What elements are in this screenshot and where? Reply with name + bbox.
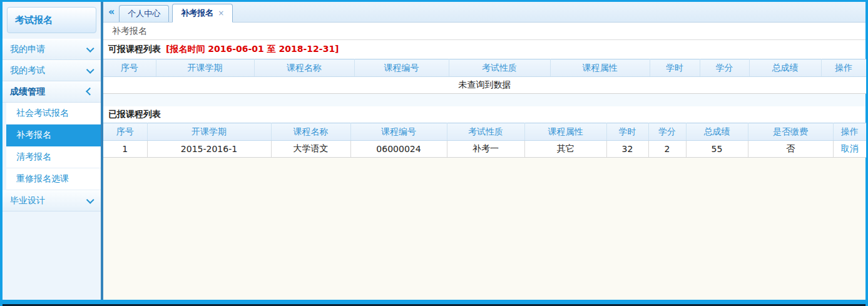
cell-course-attr: 其它 — [524, 141, 606, 158]
cell-exam-type: 补考一 — [447, 141, 524, 158]
sidebar-item-graduation-design[interactable]: 毕业设计 — [3, 190, 101, 212]
tab-personal-center[interactable]: 个人中心 — [119, 5, 169, 22]
section-gap — [103, 94, 865, 106]
column-header: 课程编号 — [350, 123, 447, 141]
no-data-row: 未查询到数据 — [103, 77, 866, 94]
column-header: 开课学期 — [156, 59, 254, 77]
column-header: 考试性质 — [447, 123, 524, 141]
sidebar-item-makeup-exam-registration[interactable]: 补考报名 — [6, 125, 101, 146]
cell-credits: 2 — [648, 141, 686, 158]
cell-paid: 否 — [748, 141, 833, 158]
page-title: 补考报名 — [112, 26, 147, 37]
column-header: 课程属性 — [550, 59, 650, 77]
sidebar-item-social-exam-registration[interactable]: 社会考试报名 — [6, 103, 101, 125]
sidebar-subitem-label: 重修报名选课 — [16, 173, 69, 185]
tab-bar: « 个人中心 补考报名 × — [103, 2, 865, 23]
no-data-message: 未查询到数据 — [103, 77, 866, 94]
column-header: 总成绩 — [749, 59, 821, 77]
sidebar-subitem-label: 补考报名 — [16, 130, 51, 141]
registered-courses-table: 序号 开课学期 课程名称 课程编号 考试性质 课程属性 学时 学分 总成绩 是否… — [103, 123, 866, 158]
column-header: 序号 — [103, 59, 156, 77]
column-header: 操作 — [821, 59, 866, 77]
page-title-bar: 补考报名 — [103, 23, 865, 40]
tab-label: 补考报名 — [181, 8, 213, 19]
section-title: 已报课程列表 — [108, 109, 161, 120]
cell-course-code: 06000024 — [350, 141, 447, 158]
sidebar-item-label: 成绩管理 — [10, 86, 45, 98]
column-header: 总成绩 — [686, 123, 748, 141]
bottom-accent-bar — [3, 300, 865, 304]
sidebar-item-clearance-exam-registration[interactable]: 清考报名 — [6, 146, 101, 168]
available-courses-section-header: 可报课程列表 [报名时间 2016-06-01 至 2018-12-31] — [103, 40, 865, 59]
close-icon[interactable]: × — [218, 9, 224, 18]
sidebar: 考试报名 我的申请 我的考试 成绩管理 社会考试报名 补考报名 — [3, 2, 103, 300]
table-header-row: 序号 开课学期 课程名称 课程编号 考试性质 课程属性 学时 学分 总成绩 是否… — [103, 123, 866, 141]
sidebar-empty-area — [3, 212, 101, 300]
sidebar-subitem-label: 社会考试报名 — [16, 108, 69, 119]
cancel-registration-link[interactable]: 取消 — [841, 143, 859, 153]
column-header: 考试性质 — [449, 59, 550, 77]
column-header: 是否缴费 — [748, 123, 833, 141]
chevron-down-icon — [86, 44, 94, 53]
cell-course-name: 大学语文 — [271, 141, 350, 158]
cell-action: 取消 — [833, 141, 866, 158]
cell-total-score: 55 — [686, 141, 748, 158]
section-title: 可报课程列表 — [108, 44, 161, 55]
content-empty-area — [103, 158, 865, 300]
sidebar-item-label: 我的申请 — [10, 44, 45, 55]
sidebar-item-my-applications[interactable]: 我的申请 — [3, 39, 101, 60]
registered-courses-section-header: 已报课程列表 — [103, 106, 865, 123]
app-window: 考试报名 我的申请 我的考试 成绩管理 社会考试报名 补考报名 — [0, 0, 868, 306]
sidebar-item-my-exams[interactable]: 我的考试 — [3, 60, 101, 81]
column-header: 学时 — [606, 123, 648, 141]
sidebar-title: 考试报名 — [7, 7, 96, 33]
table-header-row: 序号 开课学期 课程名称 课程编号 考试性质 课程属性 学时 学分 总成绩 操作 — [103, 59, 866, 77]
chevron-down-icon — [86, 66, 94, 74]
column-header: 课程名称 — [271, 123, 350, 141]
column-header: 学分 — [648, 123, 686, 141]
sidebar-submenu: 社会考试报名 补考报名 清考报名 重修报名选课 — [6, 103, 101, 190]
main-panel: « 个人中心 补考报名 × 补考报名 可报课程列表 [报名时间 2016-06-… — [103, 2, 865, 300]
column-header: 学时 — [650, 59, 700, 77]
collapse-sidebar-icon[interactable]: « — [108, 7, 115, 17]
sidebar-subitem-label: 清考报名 — [16, 151, 51, 163]
cell-term: 2015-2016-1 — [147, 141, 271, 158]
chevron-down-icon — [86, 196, 94, 204]
registration-time-note: [报名时间 2016-06-01 至 2018-12-31] — [166, 44, 339, 55]
sidebar-item-label: 毕业设计 — [10, 195, 45, 207]
cell-hours: 32 — [606, 141, 648, 158]
chevron-left-icon — [86, 87, 94, 95]
column-header: 课程编号 — [354, 59, 449, 77]
tab-label: 个人中心 — [128, 8, 160, 19]
column-header: 开课学期 — [147, 123, 271, 141]
column-header: 学分 — [700, 59, 749, 77]
column-header: 操作 — [833, 123, 866, 141]
table-row: 1 2015-2016-1 大学语文 06000024 补考一 其它 32 2 … — [103, 141, 866, 158]
column-header: 课程属性 — [524, 123, 606, 141]
available-courses-table: 序号 开课学期 课程名称 课程编号 考试性质 课程属性 学时 学分 总成绩 操作… — [103, 59, 866, 94]
sidebar-item-label: 我的考试 — [10, 65, 45, 76]
app-body: 考试报名 我的申请 我的考试 成绩管理 社会考试报名 补考报名 — [3, 2, 865, 300]
sidebar-item-grade-management[interactable]: 成绩管理 — [3, 81, 101, 103]
cell-seq: 1 — [103, 141, 147, 158]
column-header: 序号 — [103, 123, 147, 141]
sidebar-item-retake-course-selection[interactable]: 重修报名选课 — [6, 168, 101, 190]
column-header: 课程名称 — [254, 59, 354, 77]
tab-makeup-exam-registration[interactable]: 补考报名 × — [172, 4, 233, 23]
